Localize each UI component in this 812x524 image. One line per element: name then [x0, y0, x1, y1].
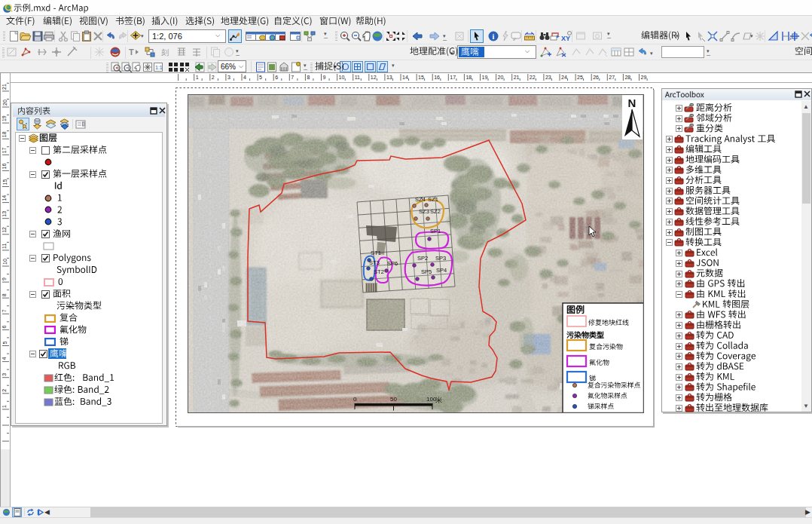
svg-text:6: 6: [2, 325, 8, 328]
svg-text:N: N: [628, 97, 636, 109]
svg-text:100: 100: [426, 396, 437, 403]
svg-text:23: 23: [545, 75, 551, 80]
svg-text:27: 27: [609, 75, 615, 80]
svg-text:0: 0: [353, 396, 357, 403]
svg-text:SP6: SP6: [387, 260, 398, 267]
svg-text:3: 3: [227, 75, 230, 80]
svg-text:50: 50: [390, 396, 397, 403]
svg-text:ST2: ST2: [374, 268, 384, 275]
svg-text:8: 8: [2, 293, 8, 296]
svg-text:4: 4: [2, 357, 8, 360]
svg-text:6: 6: [275, 75, 278, 80]
svg-text:1:1: 1:1: [155, 65, 163, 70]
svg-text:12: 12: [371, 75, 377, 80]
svg-text:15: 15: [418, 75, 424, 80]
svg-text:16: 16: [2, 164, 8, 170]
svg-text:13: 13: [386, 75, 392, 80]
svg-text:14: 14: [402, 75, 408, 80]
svg-text:11: 11: [2, 244, 8, 249]
svg-text:SP1: SP1: [430, 228, 441, 234]
svg-text:SP4: SP4: [436, 267, 447, 274]
svg-text:SP5: SP5: [421, 268, 432, 275]
svg-text:SZ3: SZ3: [419, 208, 429, 215]
svg-text:19: 19: [482, 75, 488, 80]
svg-text:3: 3: [2, 373, 8, 376]
svg-text:5: 5: [2, 342, 8, 345]
svg-text:16: 16: [434, 75, 440, 80]
svg-text:28: 28: [624, 75, 630, 80]
svg-text:7: 7: [291, 75, 294, 80]
svg-text:2: 2: [212, 75, 215, 80]
svg-text:14: 14: [2, 195, 8, 201]
svg-text:7: 7: [2, 309, 8, 312]
svg-text:1: 1: [2, 405, 8, 408]
svg-text:11: 11: [355, 75, 360, 80]
svg-text:SZ1: SZ1: [428, 196, 438, 203]
svg-text:i: i: [493, 32, 495, 41]
svg-text:9: 9: [323, 75, 326, 80]
svg-text:9: 9: [2, 277, 8, 280]
svg-text:12: 12: [2, 227, 8, 233]
svg-text:刻: 刻: [161, 48, 169, 57]
svg-text:20: 20: [2, 100, 8, 106]
svg-text:17: 17: [450, 75, 456, 80]
svg-text:17: 17: [2, 147, 8, 153]
svg-text:24: 24: [561, 75, 567, 80]
svg-text:20: 20: [498, 75, 504, 80]
svg-text:19: 19: [2, 115, 8, 121]
svg-text:SP3: SP3: [435, 255, 446, 262]
svg-text:SZ2: SZ2: [430, 208, 441, 215]
svg-text:SZ4: SZ4: [415, 196, 426, 203]
svg-text:SP2: SP2: [417, 255, 428, 262]
svg-text:22: 22: [530, 75, 536, 80]
svg-text:18: 18: [466, 75, 472, 80]
svg-text:T: T: [129, 47, 134, 57]
svg-text:15: 15: [2, 179, 8, 185]
svg-text:ST1: ST1: [371, 250, 381, 256]
svg-text:8: 8: [307, 75, 310, 80]
svg-text:1: 1: [196, 75, 199, 80]
svg-text:13: 13: [2, 211, 8, 217]
svg-text:10: 10: [2, 259, 8, 265]
svg-text:21: 21: [2, 84, 8, 90]
svg-text:21: 21: [514, 75, 520, 80]
svg-text:10: 10: [339, 75, 345, 80]
svg-text:18: 18: [2, 131, 8, 137]
svg-text:5: 5: [259, 75, 262, 80]
svg-text:4: 4: [243, 75, 246, 80]
svg-text:26: 26: [593, 75, 599, 80]
svg-text:ST3: ST3: [369, 259, 380, 266]
svg-text:XY: XY: [561, 35, 570, 42]
svg-text:25: 25: [577, 75, 583, 80]
svg-text:29: 29: [641, 75, 647, 80]
svg-text:2: 2: [2, 389, 8, 392]
